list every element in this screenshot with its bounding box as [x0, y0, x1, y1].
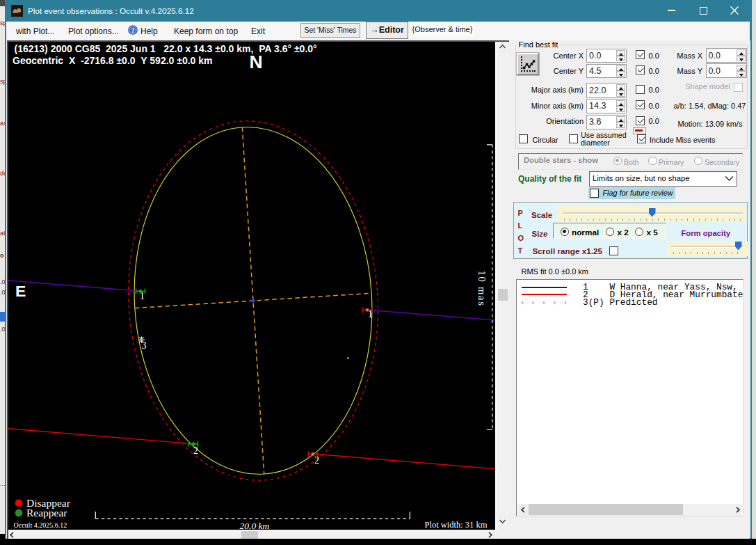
svg-text:(16213) 2000 CG85 2025 Jun 1: (16213) 2000 CG85 2025 Jun 1 22.0 x 14.3… — [14, 43, 316, 54]
svg-text:Plot width: 31 km: Plot width: 31 km — [424, 519, 487, 529]
svg-text:3: 3 — [141, 340, 146, 350]
svg-text:1: 1 — [140, 291, 145, 301]
svg-text:10 mas: 10 mas — [476, 270, 488, 306]
svg-text:Geocentric X -2716.8 ±0.0 Y: Geocentric X -2716.8 ±0.0 Y 592.0 ±0.0 k… — [13, 55, 213, 66]
svg-text:Reappear: Reappear — [26, 507, 67, 519]
svg-text:E: E — [15, 283, 25, 300]
svg-text:2: 2 — [314, 455, 319, 466]
svg-text:20.0 km: 20.0 km — [239, 520, 269, 530]
svg-text:2: 2 — [193, 445, 198, 456]
svg-text:Occult 4.2025.6.12: Occult 4.2025.6.12 — [13, 521, 67, 528]
svg-text:?: ? — [131, 27, 135, 34]
svg-text:N: N — [249, 52, 262, 72]
svg-text:1: 1 — [368, 309, 373, 319]
